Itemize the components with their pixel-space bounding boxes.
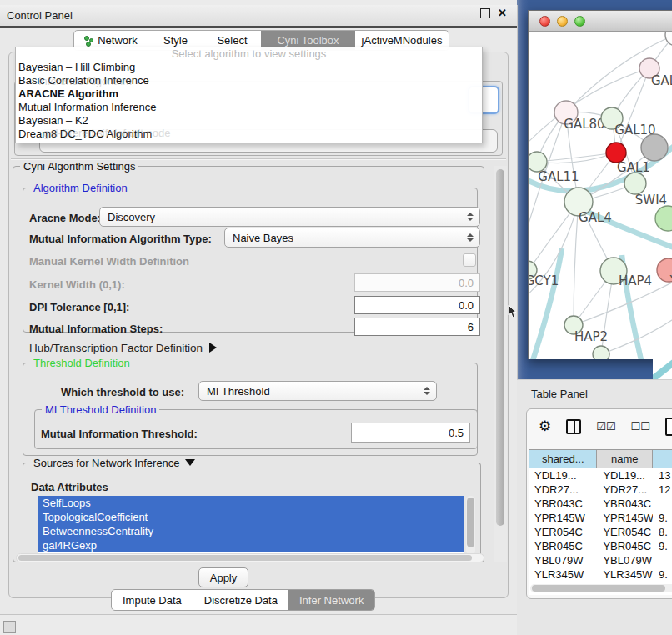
algorithm-option[interactable]: Basic Correlation Inference <box>16 74 482 88</box>
column-header-a[interactable]: A <box>653 449 672 468</box>
select-all-icon[interactable]: ☑☑ <box>596 418 615 435</box>
algorithm-option[interactable]: Dream8 DC_TDC Algorithm <box>16 128 482 141</box>
network-node[interactable] <box>665 32 672 46</box>
table-cell: YLR345W <box>529 568 597 582</box>
settings-horizontal-scrollbar[interactable] <box>16 553 484 562</box>
node-label: GAL <box>651 73 672 88</box>
scrollbar-thumb[interactable] <box>496 169 504 526</box>
aracne-mode-select[interactable]: Discovery <box>99 207 480 227</box>
table-cell: YER054C <box>529 525 597 539</box>
attribute-item-selected[interactable]: gal4RGexp <box>38 538 464 552</box>
node-label: GAL4 <box>579 210 612 225</box>
close-traffic-light-icon[interactable] <box>539 16 550 27</box>
tab-discretize-data[interactable]: Discretize Data <box>193 590 288 610</box>
table-cell: 9. <box>653 511 672 525</box>
float-window-icon[interactable] <box>480 8 490 18</box>
scrollbar-thumb[interactable] <box>18 555 472 561</box>
popup-placeholder: Select algorithm to view settings <box>16 48 482 61</box>
table-row[interactable]: YBR045CYBR045C9. <box>529 539 672 553</box>
hub-section-label: Hub/Transcription Factor Definition <box>29 342 203 354</box>
manual-kernel-checkbox[interactable] <box>463 253 476 267</box>
tab-label: Style <box>163 34 188 47</box>
expand-right-icon <box>209 342 217 352</box>
table-cell: YDR27... <box>529 482 597 497</box>
table-cell: 9. <box>653 539 672 553</box>
node-label: SWI4 <box>635 192 667 208</box>
scrollbar-thumb[interactable] <box>467 498 474 548</box>
node-label: GAL1 <box>617 160 650 175</box>
table-row[interactable]: YPR145WYPR145W9. <box>529 511 672 525</box>
table-row[interactable]: YLR345WYLR345W9. <box>529 568 672 582</box>
attribute-item-selected[interactable]: SelfLoops <box>38 496 464 510</box>
node-label: GCY1 <box>529 273 559 288</box>
network-edge[interactable] <box>574 202 579 325</box>
attribute-item-selected[interactable]: BetweennessCentrality <box>38 524 464 538</box>
network-node[interactable] <box>641 134 668 161</box>
network-window-titlebar[interactable] <box>529 11 672 32</box>
table-horizontal-scrollbar[interactable] <box>530 584 672 592</box>
background-window-fragment <box>653 353 672 379</box>
gear-icon[interactable]: ⚙ <box>539 418 551 435</box>
table-cell: 8. <box>653 525 672 539</box>
table-row[interactable]: YDL19...YDL19...13 <box>529 468 672 482</box>
collapsed-panel-icon[interactable] <box>3 621 16 633</box>
data-attributes-list[interactable]: SelfLoopsTopologicalCoefficientBetweenne… <box>38 496 464 555</box>
table-cell: YDL19... <box>597 468 653 482</box>
kernel-width-input[interactable]: 0.0 <box>354 273 480 292</box>
node-label: HAP4 <box>619 273 652 288</box>
dpi-tolerance-input[interactable]: 0.0 <box>354 296 480 314</box>
aracne-mode-value: Discovery <box>108 211 155 223</box>
table-cell: 12 <box>653 482 672 497</box>
which-threshold-select[interactable]: MI Threshold <box>198 381 437 401</box>
network-node[interactable] <box>593 346 609 359</box>
minimize-traffic-light-icon[interactable] <box>557 16 568 27</box>
algorithm-option[interactable]: Bayesian – Hill Climbing <box>16 61 482 74</box>
mi-type-select[interactable]: Naive Bayes <box>224 228 480 248</box>
mi-threshold-label: Mutual Information Threshold: <box>41 428 198 440</box>
network-node-swi4[interactable] <box>655 206 672 231</box>
table-row[interactable]: YER054CYER054C8. <box>529 525 672 539</box>
settings-vertical-scrollbar[interactable] <box>494 166 507 562</box>
sources-group-title[interactable]: Sources for Network Inference <box>30 457 198 469</box>
attribute-item-selected[interactable]: TopologicalCoefficient <box>38 510 464 524</box>
apply-button[interactable]: Apply <box>198 568 248 588</box>
mi-threshold-group-title: MI Threshold Definition <box>42 403 159 416</box>
document-icon[interactable] <box>665 418 672 436</box>
table-cell: YBL079W <box>597 553 653 568</box>
network-edge-strong[interactable] <box>532 248 562 359</box>
table-row[interactable]: YDR27...YDR27...12 <box>529 482 672 497</box>
mi-threshold-input[interactable]: 0.5 <box>351 422 470 442</box>
column-header-shared[interactable]: shared... <box>529 449 597 468</box>
node-label: GAL11 <box>538 169 579 184</box>
mi-steps-input[interactable]: 6 <box>354 318 480 336</box>
algorithm-option[interactable]: ARACNE Algorithm <box>16 88 482 101</box>
close-icon[interactable]: ✕ <box>498 9 507 18</box>
network-node-gal1[interactable] <box>624 172 646 194</box>
network-canvas[interactable]: GALGAL80GAL10GAL1GAL11SWI4GAL4GCY1HAP4YH… <box>529 32 672 359</box>
cp-bottom-tabbar: Impute DataDiscretize DataInfer Network <box>111 589 375 611</box>
algorithm-option[interactable]: Bayesian – K2 <box>16 114 482 128</box>
algorithm-definition-title: Algorithm Definition <box>30 182 131 194</box>
manual-kernel-label: Manual Kernel Width Definition <box>29 255 189 268</box>
zoom-traffic-light-icon[interactable] <box>574 16 585 27</box>
tab-infer-network[interactable]: Infer Network <box>288 590 374 610</box>
screen: GALGAL80GAL10GAL1GAL11SWI4GAL4GCY1HAP4YH… <box>0 0 672 635</box>
attributes-list-scrollbar[interactable] <box>466 496 475 555</box>
table-cell: YBR043C <box>597 497 653 511</box>
tab-impute-data[interactable]: Impute Data <box>112 590 193 610</box>
algorithm-option[interactable]: Mutual Information Inference <box>16 101 482 114</box>
node-table: shared...nameA YDL19...YDL19...13YDR27..… <box>529 449 672 595</box>
teal-edge-fragment <box>653 354 672 379</box>
hub-section-toggle[interactable]: Hub/Transcription Factor Definition <box>29 342 217 354</box>
network-view-window[interactable]: GALGAL80GAL10GAL1GAL11SWI4GAL4GCY1HAP4YH… <box>528 10 672 359</box>
deselect-all-icon[interactable]: ☐☐ <box>631 418 650 435</box>
table-row[interactable]: YBR043CYBR043C <box>529 497 672 511</box>
control-panel-titlebar[interactable]: Control Panel ✕ <box>0 5 517 28</box>
split-columns-icon[interactable] <box>566 419 581 434</box>
table-cell: YPR145W <box>597 511 653 525</box>
scrollbar-thumb[interactable] <box>532 585 665 592</box>
table-row[interactable]: YBL079WYBL079W <box>529 553 672 568</box>
which-threshold-label: Which threshold to use: <box>61 386 184 398</box>
column-header-name[interactable]: name <box>597 449 653 468</box>
table-cell: YLR345W <box>597 568 653 582</box>
